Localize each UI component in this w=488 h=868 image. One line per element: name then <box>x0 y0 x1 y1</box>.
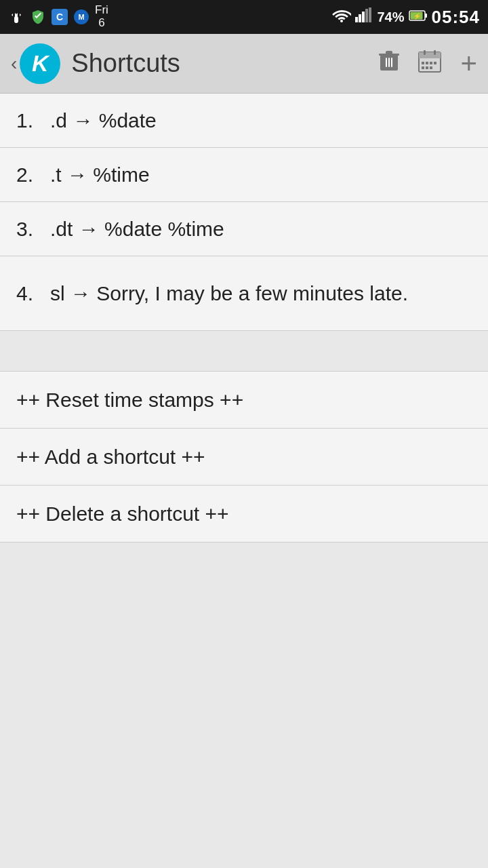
shortcuts-list: 1. .d → %date 2. .t → %time 3. .dt → %da… <box>0 94 488 542</box>
svg-rect-6 <box>362 12 365 22</box>
app-bar: ‹ K Shortcuts <box>0 34 488 94</box>
svg-text:C: C <box>56 12 63 22</box>
app-logo-letter: K <box>32 50 49 77</box>
svg-rect-29 <box>430 66 432 69</box>
trash-button[interactable] <box>379 50 399 77</box>
status-bar-left: C M Fri 6 <box>8 4 108 29</box>
svg-rect-18 <box>391 58 392 67</box>
add-button[interactable]: + <box>460 50 477 78</box>
shortcut-item-3[interactable]: 3. .dt → %date %time <box>0 202 488 256</box>
svg-rect-4 <box>355 17 358 22</box>
reset-timestamps-label: ++ Reset time stamps ++ <box>16 389 243 412</box>
shield-icon <box>30 9 46 25</box>
page-title: Shortcuts <box>71 49 379 78</box>
spacer-row <box>0 331 488 372</box>
svg-rect-24 <box>426 62 428 64</box>
mavast-icon: M <box>73 9 89 25</box>
svg-rect-16 <box>386 58 387 67</box>
shortcut-item-3-text: 3. .dt → %date %time <box>16 215 224 243</box>
svg-rect-20 <box>419 52 441 58</box>
reset-timestamps-button[interactable]: ++ Reset time stamps ++ <box>0 372 488 429</box>
svg-rect-26 <box>434 62 436 64</box>
delete-shortcut-button[interactable]: ++ Delete a shortcut ++ <box>0 486 488 542</box>
svg-rect-25 <box>430 62 432 64</box>
wifi-icon <box>332 7 351 26</box>
shortcut-item-2[interactable]: 2. .t → %time <box>0 148 488 202</box>
app-bar-actions: + <box>379 50 477 78</box>
svg-text:⚡: ⚡ <box>413 12 421 20</box>
signal-icon <box>355 7 373 26</box>
svg-rect-8 <box>369 7 371 22</box>
date-display: Fri 6 <box>95 4 108 29</box>
delete-shortcut-label: ++ Delete a shortcut ++ <box>16 502 229 526</box>
add-shortcut-label: ++ Add a shortcut ++ <box>16 446 205 469</box>
shortcut-item-1-text: 1. .d → %date <box>16 106 157 135</box>
battery-text: 74% <box>377 9 404 25</box>
svg-text:M: M <box>78 13 84 21</box>
svg-rect-7 <box>365 9 368 22</box>
add-shortcut-button[interactable]: ++ Add a shortcut ++ <box>0 429 488 486</box>
shortcut-item-4-text: 4. sl → Sorry, I may be a few minutes la… <box>16 279 408 308</box>
svg-rect-10 <box>425 14 427 18</box>
usb-icon <box>8 9 24 25</box>
status-bar: C M Fri 6 <box>0 0 488 34</box>
svg-rect-27 <box>422 66 424 69</box>
svg-rect-22 <box>434 50 436 55</box>
shortcut-item-4[interactable]: 4. sl → Sorry, I may be a few minutes la… <box>0 256 488 331</box>
svg-rect-28 <box>426 66 428 69</box>
battery-icon: ⚡ <box>409 8 428 26</box>
svg-rect-17 <box>388 58 390 67</box>
svg-rect-23 <box>422 62 424 64</box>
svg-rect-21 <box>424 50 426 55</box>
shortcut-item-1[interactable]: 1. .d → %date <box>0 94 488 148</box>
shortcut-item-2-text: 2. .t → %time <box>16 161 150 189</box>
svg-rect-15 <box>379 54 399 56</box>
svg-rect-5 <box>359 14 361 22</box>
status-bar-right: 74% ⚡ 05:54 <box>332 7 480 28</box>
app-logo: K <box>20 43 60 84</box>
back-button[interactable]: ‹ <box>11 53 17 75</box>
time-display: 05:54 <box>432 7 481 28</box>
calendar-button[interactable] <box>418 50 441 77</box>
ccleaner-icon: C <box>52 9 68 25</box>
